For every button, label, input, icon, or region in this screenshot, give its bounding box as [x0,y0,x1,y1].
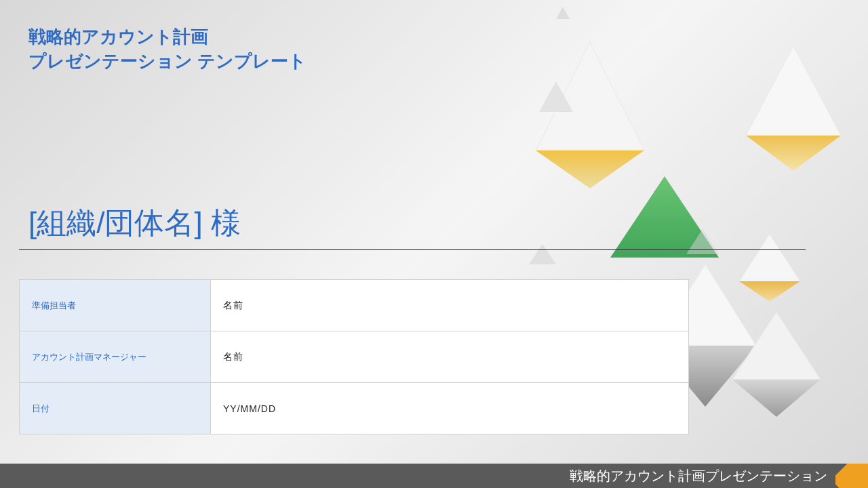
svg-marker-6 [610,176,719,258]
svg-marker-10 [739,281,800,302]
svg-marker-7 [529,244,556,264]
table-row: アカウント計画マネージャー 名前 [20,331,689,383]
svg-marker-1 [536,42,644,150]
footer-bar: 戦略的アカウント計画プレゼンテーション [0,464,868,488]
svg-marker-3 [539,81,573,112]
header-line-1: 戦略的アカウント計画 [28,24,307,49]
row-value-preparer: 名前 [211,280,689,331]
footer-accent [835,464,868,488]
table-row: 日付 YY/MM/DD [20,383,689,434]
info-table: 準備担当者 名前 アカウント計画マネージャー 名前 日付 YY/MM/DD [19,279,689,434]
svg-marker-5 [746,136,841,171]
organization-title: [組織/団体名] 様 [28,203,241,243]
slide-header: 戦略的アカウント計画 プレゼンテーション テンプレート [28,24,307,74]
row-label-manager: アカウント計画マネージャー [20,331,211,383]
svg-marker-4 [746,46,841,136]
row-label-preparer: 準備担当者 [20,280,211,331]
svg-marker-0 [556,7,570,19]
slide: 戦略的アカウント計画 プレゼンテーション テンプレート [組織/団体名] 様 準… [0,0,868,488]
title-underline [19,249,806,250]
svg-marker-2 [536,150,644,188]
svg-marker-9 [739,234,800,281]
row-value-manager: 名前 [211,331,689,383]
svg-marker-13 [732,312,821,380]
row-value-date: YY/MM/DD [211,383,689,434]
row-label-date: 日付 [20,383,211,434]
svg-marker-8 [686,229,719,254]
footer-text: 戦略的アカウント計画プレゼンテーション [570,467,827,485]
header-line-2: プレゼンテーション テンプレート [28,49,307,73]
svg-marker-14 [732,380,821,417]
table-row: 準備担当者 名前 [20,280,689,331]
